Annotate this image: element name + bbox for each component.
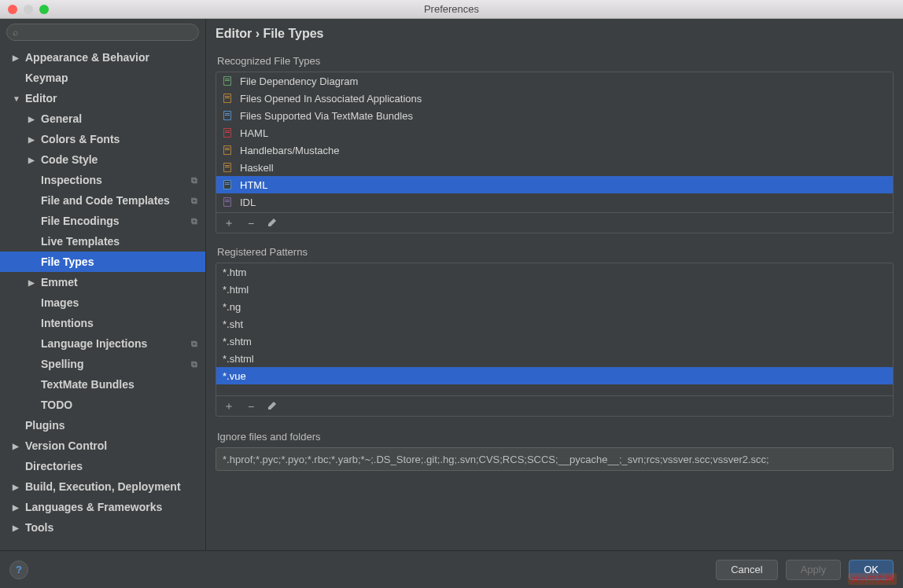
sidebar-item-images[interactable]: Images <box>0 292 205 313</box>
sidebar-item-label: Plugins <box>25 419 65 432</box>
pattern-row[interactable]: *.shtm <box>216 333 893 350</box>
per-project-icon: ⧉ <box>191 339 197 349</box>
add-pattern-button[interactable]: ＋ <box>223 399 235 413</box>
svg-rect-30 <box>225 200 230 200</box>
footer: ? Cancel Apply OK <box>0 550 903 588</box>
recognized-file-types-list: File Dependency DiagramFiles Opened In A… <box>216 72 894 233</box>
expand-arrow-icon: ▶ <box>13 53 20 62</box>
sidebar-item-version-control[interactable]: ▶Version Control <box>0 435 205 456</box>
file-type-row[interactable]: Haskell <box>216 159 893 176</box>
sidebar-item-label: Directories <box>25 460 83 472</box>
svg-rect-19 <box>225 149 230 150</box>
remove-pattern-button[interactable]: − <box>245 400 257 413</box>
ignore-files-input[interactable] <box>216 447 894 471</box>
registered-patterns-label: Registered Patterns <box>216 243 894 263</box>
remove-file-type-button[interactable]: − <box>245 217 257 230</box>
file-type-row[interactable]: HAML <box>216 124 893 141</box>
pattern-row[interactable]: *.vue <box>216 367 893 384</box>
sidebar-item-file-encodings[interactable]: File Encodings⧉ <box>0 211 205 231</box>
file-types-scroll[interactable]: File Dependency DiagramFiles Opened In A… <box>216 72 893 212</box>
expand-arrow-icon: ▶ <box>13 503 20 512</box>
file-type-row[interactable]: IDL <box>216 193 893 211</box>
pattern-row[interactable]: *.sht <box>216 315 893 333</box>
patterns-scroll[interactable]: *.htm*.html*.ng*.sht*.shtm*.shtml*.vue <box>216 263 893 395</box>
file-type-label: Handlebars/Mustache <box>240 145 339 156</box>
cancel-button[interactable]: Cancel <box>716 560 777 580</box>
sidebar-item-label: Tools <box>25 521 53 534</box>
file-type-icon <box>221 161 234 174</box>
close-window-button[interactable] <box>8 5 17 14</box>
sidebar-item-code-style[interactable]: ▶Code Style <box>0 149 205 170</box>
file-type-row[interactable]: Files Opened In Associated Applications <box>216 90 893 107</box>
svg-rect-6 <box>225 96 230 97</box>
svg-rect-14 <box>225 130 230 131</box>
pattern-row[interactable]: *.htm <box>216 263 893 281</box>
svg-rect-22 <box>225 165 230 166</box>
file-type-row[interactable]: File Dependency Diagram <box>216 72 893 90</box>
file-type-row[interactable]: HTML <box>216 176 893 193</box>
file-type-label: HAML <box>240 127 268 139</box>
sidebar-item-emmet[interactable]: ▶Emmet <box>0 272 205 292</box>
sidebar-item-label: Emmet <box>41 276 78 288</box>
sidebar-item-directories[interactable]: Directories <box>0 456 205 476</box>
pattern-row[interactable]: *.ng <box>216 298 893 315</box>
expand-arrow-icon: ▶ <box>28 156 36 164</box>
expand-arrow-icon: ▶ <box>28 278 36 287</box>
edit-pattern-button[interactable] <box>267 399 279 413</box>
sidebar-item-inspections[interactable]: Inspections⧉ <box>0 170 205 190</box>
sidebar-item-label: Spelling <box>41 358 83 370</box>
svg-rect-31 <box>225 201 230 202</box>
file-type-row[interactable]: Files Supported Via TextMate Bundles <box>216 107 893 124</box>
per-project-icon: ⧉ <box>191 196 197 206</box>
sidebar-item-languages-frameworks[interactable]: ▶Languages & Frameworks <box>0 497 205 517</box>
sidebar-item-intentions[interactable]: Intentions <box>0 313 205 333</box>
sidebar-item-textmate-bundles[interactable]: TextMate Bundles <box>0 374 205 395</box>
file-type-row[interactable]: Handlebars/Mustache <box>216 141 893 159</box>
sidebar-item-live-templates[interactable]: Live Templates <box>0 231 205 252</box>
expand-arrow-icon: ▶ <box>13 442 20 450</box>
file-type-label: File Dependency Diagram <box>240 75 358 87</box>
zoom-window-button[interactable] <box>39 5 49 14</box>
sidebar-item-label: Images <box>41 296 79 309</box>
sidebar-item-spelling[interactable]: Spelling⧉ <box>0 354 205 374</box>
file-type-icon <box>221 178 234 191</box>
pattern-row[interactable]: *.shtml <box>216 350 893 367</box>
per-project-icon: ⧉ <box>191 175 197 186</box>
sidebar-item-general[interactable]: ▶General <box>0 108 205 129</box>
apply-button[interactable]: Apply <box>786 560 842 580</box>
sidebar-item-file-types[interactable]: File Types <box>0 252 205 272</box>
edit-file-type-button[interactable] <box>267 215 279 230</box>
sidebar-item-label: General <box>41 112 82 125</box>
pattern-row[interactable]: *.html <box>216 281 893 298</box>
titlebar: Preferences <box>0 0 903 19</box>
file-types-toolbar: ＋ − <box>216 212 893 233</box>
pattern-label: *.shtm <box>223 336 252 347</box>
help-button[interactable]: ? <box>9 560 28 579</box>
sidebar-item-label: File Encodings <box>41 215 120 227</box>
sidebar-item-label: Intentions <box>41 317 94 329</box>
file-type-icon <box>221 92 234 105</box>
add-file-type-button[interactable]: ＋ <box>223 216 235 230</box>
registered-patterns-list: *.htm*.html*.ng*.sht*.shtm*.shtml*.vue ＋… <box>216 263 894 417</box>
sidebar-item-plugins[interactable]: Plugins <box>0 415 205 435</box>
sidebar-item-language-injections[interactable]: Language Injections⧉ <box>0 333 205 354</box>
sidebar-item-colors-fonts[interactable]: ▶Colors & Fonts <box>0 129 205 149</box>
sidebar-item-build-execution-deployment[interactable]: ▶Build, Execution, Deployment <box>0 476 205 497</box>
search-wrap: ⌕ <box>0 19 205 46</box>
sidebar-item-file-and-code-templates[interactable]: File and Code Templates⧉ <box>0 190 205 211</box>
minimize-window-button[interactable] <box>24 5 33 14</box>
sidebar-item-tools[interactable]: ▶Tools <box>0 517 205 538</box>
sidebar-item-editor[interactable]: ▼Editor <box>0 88 205 108</box>
search-input[interactable] <box>6 24 199 41</box>
svg-rect-15 <box>225 132 230 133</box>
per-project-icon: ⧉ <box>191 216 197 226</box>
ignore-section: Ignore files and folders <box>216 428 894 471</box>
file-type-icon <box>221 109 234 122</box>
sidebar-item-keymap[interactable]: Keymap <box>0 68 205 88</box>
patterns-toolbar: ＋ − <box>216 395 893 416</box>
svg-rect-7 <box>225 97 230 98</box>
svg-rect-2 <box>225 79 230 79</box>
sidebar-item-appearance-behavior[interactable]: ▶Appearance & Behavior <box>0 47 205 68</box>
svg-rect-23 <box>225 167 230 167</box>
sidebar-item-todo[interactable]: TODO <box>0 395 205 415</box>
